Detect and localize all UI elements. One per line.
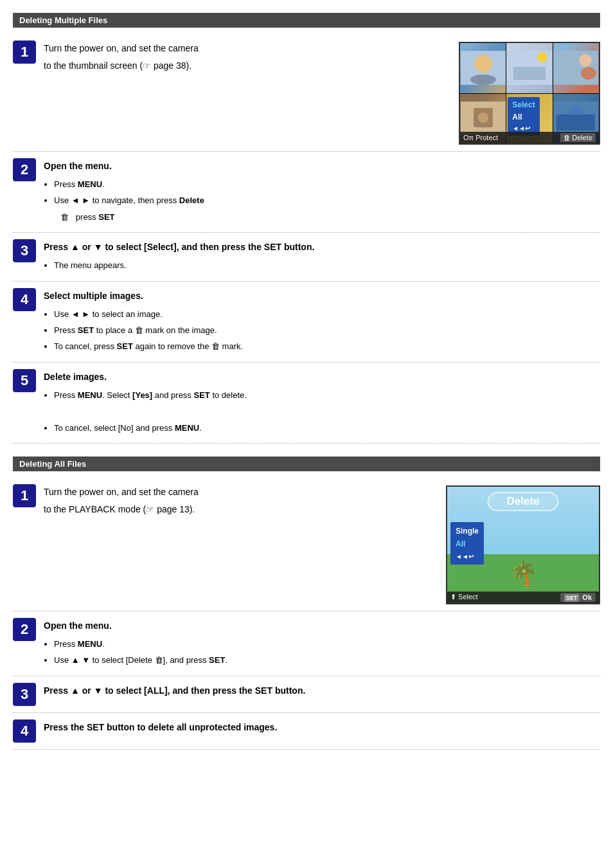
step5-title: Delete images. (44, 370, 600, 384)
step5-bullet-1: Press MENU. Select [Yes] and press SET t… (54, 388, 600, 402)
delete-tab: 🗑 Delete (560, 133, 596, 142)
section-multiple-files: Deleting Multiple Files 1 (13, 13, 600, 444)
step4-bullet-3: To cancel, press SET again to remove the… (54, 339, 600, 354)
step-all-number-3: 3 (13, 683, 36, 706)
step3-title: Press ▲ or ▼ to select [Select], and the… (44, 240, 600, 254)
svg-point-2 (470, 75, 496, 85)
step-content-3: Press ▲ or ▼ to select [Select], and the… (44, 239, 600, 274)
step-all-content-3: Press ▲ or ▼ to select [ALL], and then p… (44, 683, 600, 701)
step4-title: Select multiple images. (44, 289, 600, 303)
step-multiple-2: 2 Open the menu. Press MENU. Use ◄ ► to … (13, 152, 600, 233)
select-nav-label: ⬆ Select (450, 593, 478, 601)
svg-point-11 (478, 113, 488, 123)
step-all-3-title: Press ▲ or ▼ to select [ALL], and then p… (44, 684, 600, 698)
all-menu-overlay: Single All ◄◄↩ (450, 522, 484, 565)
menu-single-option: Single (456, 525, 479, 538)
step5-bullet-2 (54, 404, 600, 419)
step-all-content-2: Open the menu. Press MENU. Use ▲ ▼ to se… (44, 618, 600, 669)
step-number-3: 3 (13, 239, 36, 262)
menu-select-option: Select (512, 99, 535, 111)
step4-bullet-2: Press SET to place a 🗑 mark on the image… (54, 323, 600, 338)
step-all-2-bullets: Press MENU. Use ▲ ▼ to select [Delete 🗑]… (44, 637, 600, 668)
svg-rect-13 (556, 114, 595, 131)
step2-bullet-2: Use ◄ ► to navigate, then press Delete (54, 193, 600, 208)
step-content-4: Select multiple images. Use ◄ ► to selec… (44, 288, 600, 356)
menu-all-option: All (512, 111, 535, 123)
step-all-2-bullet-1: Press MENU. (54, 637, 600, 651)
step-multiple-4: 4 Select multiple images. Use ◄ ► to sel… (13, 282, 600, 363)
step-multiple-3: 3 Press ▲ or ▼ to select [Select], and t… (13, 233, 600, 281)
step-content-1: Select All ◄◄↩ Oπ Pr (44, 41, 600, 145)
menu-all-option-2: All (456, 538, 479, 550)
section-header-multiple: Deleting Multiple Files (13, 13, 600, 28)
palm-tree: 🌴 (509, 560, 538, 587)
protect-label: Oπ Protect (463, 134, 498, 141)
step2-bullet-1: Press MENU. (54, 177, 600, 192)
step5-bullets: Press MENU. Select [Yes] and press SET t… (44, 388, 600, 435)
step-number-2: 2 (13, 158, 36, 181)
step4-bullet-1: Use ◄ ► to select an image. (54, 307, 600, 321)
step-multiple-1: 1 (13, 34, 600, 152)
svg-point-1 (474, 55, 492, 73)
step-all-1: 1 🌴 Delete Single All ◄◄↩ (13, 478, 600, 611)
step-all-number-2: 2 (13, 618, 36, 641)
trash-inline-2: 🗑 (155, 655, 163, 665)
menu-back-2: ◄◄↩ (456, 551, 479, 562)
thumbnail-2 (506, 43, 552, 93)
step-all-2-title: Open the menu. (44, 619, 600, 633)
step-content-2: Open the menu. Press MENU. Use ◄ ► to na… (44, 158, 600, 226)
step-all-content-4: Press the SET button to delete all unpro… (44, 719, 600, 738)
step-all-4: 4 Press the SET button to delete all unp… (13, 713, 600, 750)
step2-bullets: Press MENU. Use ◄ ► to navigate, then pr… (44, 177, 600, 224)
step5-bullet-3: To cancel, select [No] and press MENU. (54, 420, 600, 435)
step-all-2: 2 Open the menu. Press MENU. Use ▲ ▼ to … (13, 611, 600, 676)
screen-bottom-bar: Oπ Protect 🗑 Delete (460, 132, 599, 143)
step-all-3: 3 Press ▲ or ▼ to select [ALL], and then… (13, 676, 600, 713)
thumbnail-3 (553, 43, 599, 93)
step-all-2-bullet-2: Use ▲ ▼ to select [Delete 🗑], and press … (54, 653, 600, 667)
step-number-4: 4 (13, 288, 36, 311)
step-all-4-title: Press the SET button to delete all unpro… (44, 721, 600, 734)
step2-bullet-3: 🗑 press SET (54, 210, 600, 224)
ok-box: SET Ok (560, 593, 596, 602)
step4-bullets: Use ◄ ► to select an image. Press SET to… (44, 307, 600, 354)
trash-mark-2: 🗑 (211, 341, 220, 351)
delete-title-bar: Delete (487, 492, 558, 511)
svg-point-7 (579, 54, 592, 67)
section-all-files: Deleting All Files 1 🌴 Delete (13, 457, 600, 750)
camera-screen-all: 🌴 Delete Single All ◄◄↩ ⬆ Select (446, 485, 600, 604)
step-number-5: 5 (13, 369, 36, 392)
all-screen-bottom-bar: ⬆ Select SET Ok (447, 592, 599, 603)
step-multiple-5: 5 Delete images. Press MENU. Select [Yes… (13, 363, 600, 444)
svg-point-8 (581, 67, 596, 80)
step-number-1: 1 (13, 41, 36, 64)
trash-inline: 🗑 (60, 212, 69, 222)
set-badge: SET (564, 594, 580, 602)
step2-title: Open the menu. (44, 159, 600, 173)
trash-icon-bar: 🗑 (564, 134, 571, 141)
step-content-5: Delete images. Press MENU. Select [Yes] … (44, 369, 600, 437)
svg-rect-5 (513, 67, 546, 80)
trash-mark: 🗑 (135, 325, 143, 335)
section-header-all: Deleting All Files (13, 457, 600, 471)
thumbnail-1 (460, 43, 506, 93)
camera-screen-multi: Select All ◄◄↩ Oπ Pr (459, 42, 600, 145)
step-all-number-4: 4 (13, 719, 36, 743)
step3-bullets: The menu appears. (44, 258, 600, 273)
step-all-number-1: 1 (13, 484, 36, 507)
svg-point-4 (537, 52, 547, 62)
step-all-content-1: 🌴 Delete Single All ◄◄↩ ⬆ Select (44, 484, 600, 604)
step3-bullet-1: The menu appears. (54, 258, 600, 273)
